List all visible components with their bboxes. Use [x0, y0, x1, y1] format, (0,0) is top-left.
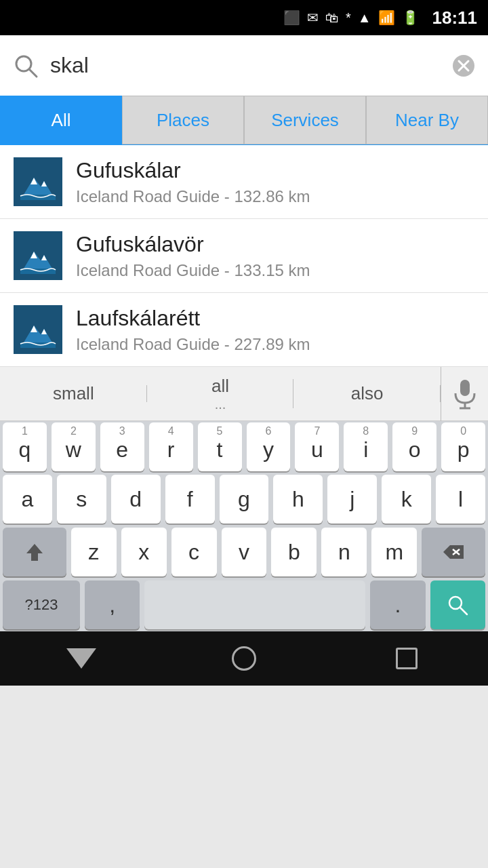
list-item[interactable]: Gufuskálar Iceland Road Guide - 132.86 k… — [0, 145, 488, 219]
store-icon: 🛍 — [325, 10, 339, 26]
svg-rect-20 — [460, 380, 470, 396]
suggestion-small[interactable]: small — [0, 383, 147, 404]
key-c[interactable]: c — [171, 528, 217, 576]
key-a[interactable]: a — [3, 475, 52, 524]
comma-key[interactable]: , — [85, 580, 140, 629]
bluetooth-icon: * — [346, 10, 351, 26]
gmail-icon: ✉ — [307, 9, 319, 26]
key-f[interactable]: f — [165, 475, 215, 524]
result-name: Gufuskálavör — [76, 232, 474, 257]
tabs-bar: All Places Services Near By — [0, 96, 488, 145]
key-d[interactable]: d — [111, 475, 161, 524]
result-subtitle: Iceland Road Guide - 227.89 km — [76, 335, 474, 354]
key-i[interactable]: 8i — [344, 422, 388, 471]
key-j[interactable]: j — [327, 475, 377, 524]
wifi-icon: ▲ — [358, 10, 371, 26]
svg-line-28 — [460, 608, 467, 614]
key-s[interactable]: s — [57, 475, 106, 524]
search-icon — [11, 51, 41, 81]
result-text: Gufuskálavör Iceland Road Guide - 133.15… — [76, 232, 474, 280]
key-x[interactable]: x — [121, 528, 167, 576]
bottom-nav — [0, 631, 488, 686]
tab-places[interactable]: Places — [122, 96, 244, 144]
svg-marker-23 — [26, 544, 43, 560]
symbols-key[interactable]: ?123 — [3, 580, 80, 629]
key-t[interactable]: 5t — [198, 422, 242, 471]
key-m[interactable]: m — [371, 528, 417, 576]
result-icon — [14, 231, 62, 280]
result-icon — [14, 157, 62, 206]
back-button[interactable] — [61, 638, 102, 679]
key-w[interactable]: 2w — [52, 422, 96, 471]
key-u[interactable]: 7u — [295, 422, 339, 471]
bottom-row: ?123 , . — [0, 578, 488, 631]
key-e[interactable]: 3e — [100, 422, 144, 471]
screenshot-icon: ⬛ — [283, 9, 300, 26]
home-button[interactable] — [224, 638, 264, 679]
status-icons: ⬛ ✉ 🛍 * ▲ 📶 🔋 18:11 — [283, 7, 477, 28]
backspace-key[interactable] — [422, 528, 485, 576]
search-input[interactable] — [50, 53, 441, 78]
result-text: Gufuskálar Iceland Road Guide - 132.86 k… — [76, 158, 474, 206]
key-l[interactable]: l — [436, 475, 485, 524]
key-o[interactable]: 9o — [392, 422, 436, 471]
key-z[interactable]: z — [71, 528, 117, 576]
key-p[interactable]: 0p — [441, 422, 485, 471]
key-v[interactable]: v — [222, 528, 267, 576]
microphone-button[interactable] — [441, 367, 488, 421]
key-n[interactable]: n — [321, 528, 367, 576]
status-time: 18:11 — [432, 7, 478, 28]
keyboard: 1q 2w 3e 4r 5t 6y 7u 8i 9o 0p a s d f g … — [0, 421, 488, 631]
number-row: 1q 2w 3e 4r 5t 6y 7u 8i 9o 0p — [0, 421, 488, 473]
key-b[interactable]: b — [271, 528, 317, 576]
key-g[interactable]: g — [220, 475, 269, 524]
keyboard-suggestions: small all ... also — [0, 367, 488, 421]
search-bar — [0, 35, 488, 96]
svg-line-1 — [29, 69, 37, 77]
space-key[interactable] — [144, 580, 365, 629]
result-name: Gufuskálar — [76, 158, 474, 183]
result-subtitle: Iceland Road Guide - 132.86 km — [76, 187, 474, 206]
tab-all[interactable]: All — [0, 96, 122, 144]
tab-nearby[interactable]: Near By — [366, 96, 488, 144]
key-y[interactable]: 6y — [247, 422, 291, 471]
list-item[interactable]: Gufuskálavör Iceland Road Guide - 133.15… — [0, 219, 488, 293]
list-item[interactable]: Laufskálarétt Iceland Road Guide - 227.8… — [0, 293, 488, 367]
zxcv-row: z x c v b n m — [0, 526, 488, 578]
recents-button[interactable] — [386, 638, 427, 679]
asdf-row: a s d f g h j k l — [0, 473, 488, 526]
suggestion-also[interactable]: also — [293, 383, 441, 404]
tab-services[interactable]: Services — [244, 96, 366, 144]
key-r[interactable]: 4r — [149, 422, 193, 471]
search-action-key[interactable] — [430, 580, 485, 629]
period-key[interactable]: . — [370, 580, 425, 629]
results-list: Gufuskálar Iceland Road Guide - 132.86 k… — [0, 145, 488, 367]
key-q[interactable]: 1q — [3, 422, 47, 471]
clear-search-button[interactable] — [450, 52, 477, 79]
shift-key[interactable] — [3, 528, 66, 576]
key-k[interactable]: k — [382, 475, 431, 524]
key-h[interactable]: h — [273, 475, 323, 524]
result-text: Laufskálarétt Iceland Road Guide - 227.8… — [76, 306, 474, 354]
result-subtitle: Iceland Road Guide - 133.15 km — [76, 261, 474, 280]
battery-icon: 🔋 — [402, 9, 419, 26]
status-bar: ⬛ ✉ 🛍 * ▲ 📶 🔋 18:11 — [0, 0, 488, 35]
suggestion-all[interactable]: all ... — [147, 376, 294, 412]
signal-icon: 📶 — [378, 9, 395, 26]
result-icon — [14, 305, 62, 354]
result-name: Laufskálarétt — [76, 306, 474, 331]
